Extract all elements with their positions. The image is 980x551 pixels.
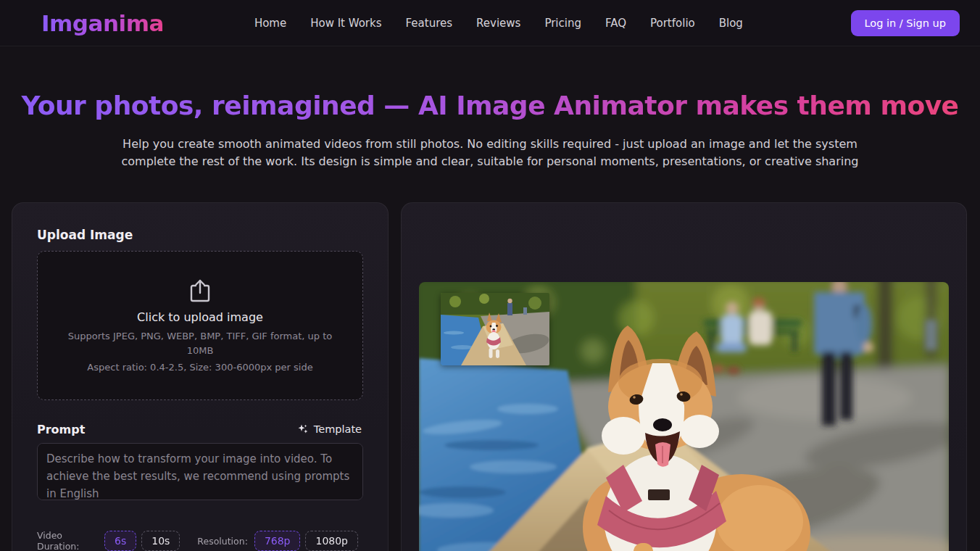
prompt-heading: Prompt <box>37 423 85 436</box>
prompt-header-row: Prompt Template <box>37 422 363 436</box>
upload-formats-text: Supports JPEG, PNG, WEBP, BMP, TIFF, GIF… <box>55 329 345 358</box>
top-navbar: Imganima Home How It Works Features Revi… <box>0 0 980 46</box>
sparkles-icon <box>297 423 309 435</box>
upload-cta-text: Click to upload image <box>137 310 263 324</box>
generator-panel: Upload Image Click to upload image Suppo… <box>12 202 389 551</box>
nav-item-reviews[interactable]: Reviews <box>476 17 520 30</box>
brand-logo[interactable]: Imganima <box>41 10 164 36</box>
nav-item-home[interactable]: Home <box>254 17 286 30</box>
hero-section: Your photos, reimagined — AI Image Anima… <box>0 46 980 170</box>
main-content: Upload Image Click to upload image Suppo… <box>0 202 980 551</box>
page-title: Your photos, reimagined — AI Image Anima… <box>0 91 980 120</box>
nav-item-how-it-works[interactable]: How It Works <box>310 17 381 30</box>
duration-option-6s[interactable]: 6s <box>104 531 136 551</box>
resolution-option-1080p[interactable]: 1080p <box>305 531 358 551</box>
upload-heading: Upload Image <box>37 228 363 242</box>
thumbnail-art <box>441 293 549 365</box>
nav-item-faq[interactable]: FAQ <box>605 17 626 30</box>
upload-dropzone[interactable]: Click to upload image Supports JPEG, PNG… <box>37 251 363 400</box>
nav-links: Home How It Works Features Reviews Prici… <box>254 17 851 30</box>
nav-item-blog[interactable]: Blog <box>719 17 743 30</box>
duration-option-10s[interactable]: 10s <box>141 531 180 551</box>
template-button-label: Template <box>314 423 362 435</box>
resolution-option-768p[interactable]: 768p <box>254 531 301 551</box>
upload-constraints-text: Aspect ratio: 0.4-2.5, Size: 300-6000px … <box>87 362 312 373</box>
preview-panel <box>401 202 967 551</box>
page-subtitle: Help you create smooth animated videos f… <box>113 136 867 170</box>
nav-item-features[interactable]: Features <box>406 17 453 30</box>
video-preview[interactable] <box>419 282 949 551</box>
source-image-thumbnail <box>441 293 549 365</box>
options-row: Video Duration: 6s 10s Resolution: 768p … <box>37 530 363 551</box>
duration-label: Video Duration: <box>37 530 98 551</box>
nav-item-pricing[interactable]: Pricing <box>544 17 581 30</box>
nav-item-portfolio[interactable]: Portfolio <box>650 17 695 30</box>
share-upload-icon <box>189 278 211 303</box>
prompt-input[interactable] <box>37 443 363 500</box>
resolution-label: Resolution: <box>197 536 248 547</box>
template-button[interactable]: Template <box>296 422 363 436</box>
login-signup-button[interactable]: Log in / Sign up <box>851 10 960 36</box>
